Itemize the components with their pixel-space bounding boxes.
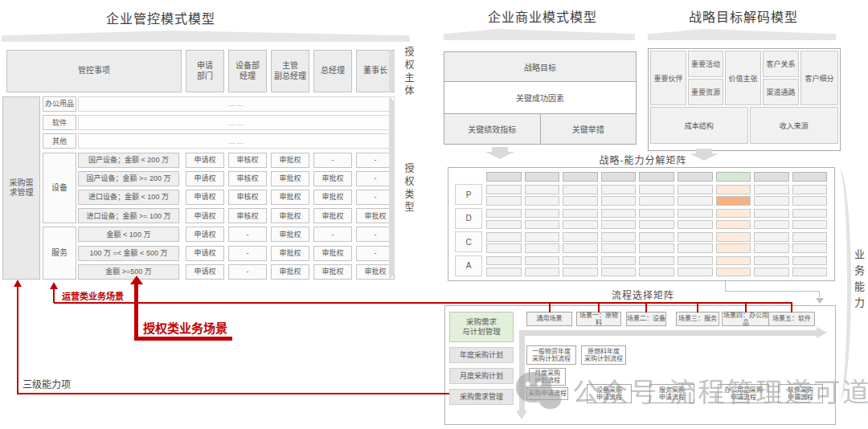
matrix-cell <box>486 220 522 230</box>
permission-cell: 审批权 <box>271 171 309 186</box>
condition-cell: 金额 >=500 万 <box>78 264 179 280</box>
condition-cell: 国产设备；金额 < 200 万 <box>78 153 179 168</box>
capability-pointer-line <box>17 393 449 394</box>
strategy-decode-title: 战略目标解码模型 <box>635 6 852 26</box>
permission-cell: 申请权 <box>186 227 224 242</box>
matrix-cell <box>525 243 560 253</box>
scenario-box: 场景三：服务 <box>676 312 719 326</box>
down-arrow-icon <box>485 147 514 160</box>
matrix-cell <box>639 232 674 242</box>
business-title: 企业商业模式模型 <box>434 6 651 26</box>
matrix-cell <box>754 220 789 230</box>
matrix-cell <box>754 209 789 219</box>
matrix-cell <box>792 232 828 242</box>
matrix-header-cell <box>525 172 560 182</box>
matrix-cell <box>716 256 751 266</box>
capability-item-label: 三级能力项 <box>23 377 71 390</box>
permission-cell: 审批权 <box>271 153 309 168</box>
matrix-cell <box>601 185 637 194</box>
matrix-cell <box>525 220 560 230</box>
watermark: 公众号 流程管理道可道 <box>516 371 868 410</box>
connector-line <box>725 291 820 292</box>
matrix-header-cell <box>639 172 674 182</box>
matrix-cell <box>754 185 789 194</box>
matrix-header-cell <box>754 172 789 182</box>
capability-pointer-line <box>17 286 18 394</box>
permission-cell: 申请权 <box>186 264 224 280</box>
x-axis-arrowhead-icon <box>817 327 827 338</box>
scenario-box: 场景一：原物料 <box>576 312 621 326</box>
matrix-cell <box>486 268 522 277</box>
canvas-partners-cell: 重要伙伴 <box>650 51 686 105</box>
permission-cell: 审批权 <box>271 190 309 205</box>
matrix-header-cell <box>716 172 751 182</box>
y-axis-arrowhead-icon <box>516 411 527 419</box>
plan-item-box: 年度采购计划 <box>449 347 514 363</box>
matrix-row-label: P <box>455 184 482 205</box>
matrix-cell <box>792 196 828 206</box>
process-box: 一般物资年度 采购计划流程 <box>526 345 576 365</box>
key-success-row: 关键成功因素 <box>444 82 636 114</box>
matrix-cell <box>563 256 598 266</box>
permission-cell: 审核权 <box>228 153 267 168</box>
matrix-cell <box>678 196 713 206</box>
matrix-cell <box>678 185 713 194</box>
matrix-cell <box>563 220 598 230</box>
matrix-cell <box>754 232 789 242</box>
permission-cell: 审批权 <box>271 208 309 223</box>
red-arrowhead-icon <box>14 280 22 287</box>
matrix-cell <box>563 243 598 253</box>
matrix-cell <box>486 256 522 266</box>
permission-cell: - <box>356 190 395 205</box>
matrix-row-label: D <box>455 208 482 229</box>
business-capability-label: 业务能力 <box>851 249 866 313</box>
connector-line <box>725 280 726 292</box>
canvas-value-cell: 价值主张 <box>725 51 761 105</box>
matrix-cell <box>601 256 637 266</box>
matrix-cell <box>639 209 674 219</box>
matrix-cell <box>678 243 713 253</box>
matrix-cell <box>792 220 828 230</box>
matrix-cell <box>563 232 598 242</box>
permission-cell: 审核权 <box>228 208 267 223</box>
matrix-cell <box>716 196 751 206</box>
condition-cell: 国产设备；金额 >= 200 万 <box>78 171 179 186</box>
permission-cell: 申请权 <box>186 171 224 186</box>
permission-cell: 审批权 <box>313 190 352 205</box>
matrix-cell <box>601 268 637 277</box>
operational-pointer-line <box>53 288 55 303</box>
permission-cell: 审批权 <box>313 208 352 223</box>
canvas-resources-cell: 重要资源 <box>688 79 723 105</box>
permission-cell: 审批权 <box>271 227 309 242</box>
matrix-cell <box>563 209 598 219</box>
matrix-cell <box>716 243 751 253</box>
matrix-cell <box>525 196 560 206</box>
scenario-connector-line <box>54 302 792 304</box>
matrix-cell <box>601 232 637 242</box>
scenario-box: 场景五：软件 <box>768 312 815 326</box>
matrix-header-cell <box>486 172 522 182</box>
strategy-goal-row: 战略目标 <box>444 52 636 82</box>
scenario-box: 场景二：设备 <box>626 312 666 326</box>
matrix-cell <box>678 209 713 219</box>
matrix-cell <box>525 232 560 242</box>
condition-cell: 100 万 =< 金额 < 500 万 <box>78 246 179 261</box>
matrix-header-cell <box>678 172 713 182</box>
matrix-cell <box>486 209 522 219</box>
permission-cell: 申请权 <box>186 208 224 223</box>
matrix-cell <box>792 209 828 219</box>
x-axis-arrow <box>519 330 818 336</box>
matrix-cell <box>754 268 789 277</box>
permission-cell: 审批权 <box>271 246 309 261</box>
matrix-cell <box>754 256 789 266</box>
scenario-box: 通用场景 <box>526 312 572 326</box>
canvas-channels-cell: 渠道通路 <box>763 79 799 105</box>
condition-cell: 金额 < 100 万 <box>78 227 179 242</box>
plan-management-box: 采购需求 与计划管理 <box>449 312 514 342</box>
matrix-cell <box>563 268 598 277</box>
matrix-cell <box>754 196 789 206</box>
process-matrix-title: 流程选择矩阵 <box>591 288 695 301</box>
matrix-cell <box>678 256 713 266</box>
matrix-cell <box>754 243 789 253</box>
permission-cell: 申请权 <box>186 190 224 205</box>
